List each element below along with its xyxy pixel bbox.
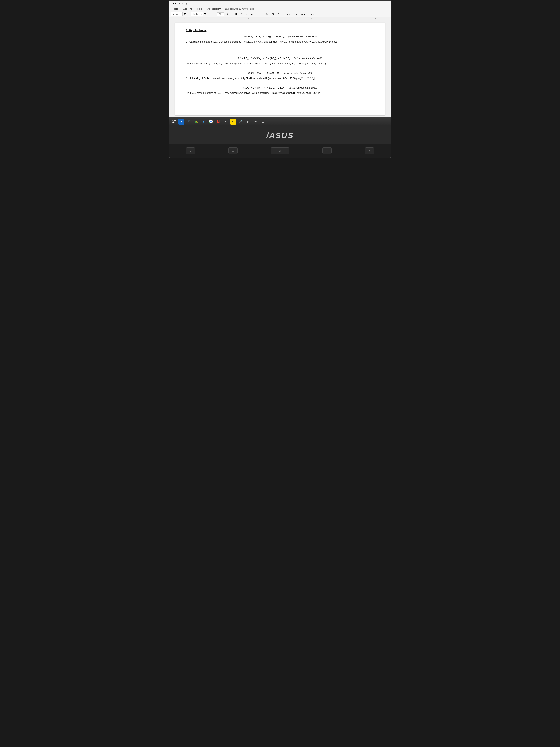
text-color-btn[interactable]: A bbox=[250, 12, 254, 16]
equation-11: CaCl2 + 2 Ag → 2 AgCl + Ca (is the react… bbox=[186, 71, 374, 75]
list1-btn[interactable]: ↑≡ bbox=[293, 12, 298, 16]
ruler-mark-7: 7 bbox=[375, 18, 376, 20]
pencil-btn[interactable]: ✏ bbox=[256, 12, 260, 16]
chrome-icon[interactable] bbox=[208, 119, 214, 125]
key-multiwindow: ⊟|| bbox=[271, 148, 289, 154]
decrease-font-btn[interactable]: − bbox=[211, 12, 215, 16]
last-edit-label: Last edit was 20 minutes ago bbox=[225, 7, 254, 10]
ruler-mark-6: 6 bbox=[343, 18, 344, 20]
edge-label: E bbox=[180, 120, 182, 123]
problem-9-text: 9. Calculate the mass of AgCl that can b… bbox=[186, 40, 374, 44]
ruler-marks: 1 2 3 4 5 6 7 bbox=[181, 18, 379, 20]
problem-10-text: 10. If there are 75.32 g of Na3PO4, how … bbox=[186, 62, 374, 66]
balanced-note-10: (is the reaction balanced?) bbox=[294, 57, 322, 60]
image-btn[interactable]: ⊟ bbox=[276, 12, 281, 16]
menu-addons[interactable]: Add-ons bbox=[182, 7, 193, 10]
volume-label: ))(( bbox=[172, 120, 176, 123]
align-btn[interactable]: ≡▼ bbox=[286, 12, 292, 16]
document-title: 3-Step Problems bbox=[186, 28, 374, 32]
asus-logo: /ASUS bbox=[266, 131, 294, 140]
svg-point-5 bbox=[210, 121, 212, 122]
security-icon[interactable]: ● bbox=[201, 119, 207, 125]
taskbar: ))(( E ✉ ● M ≡ iLit bbox=[169, 117, 391, 126]
problem-10-block: 2 Na3PO4 + 3 CaSO4 → Ca3(PO4)2 + 3 Na2SO… bbox=[186, 56, 374, 66]
toolbar-divider-3 bbox=[232, 12, 232, 16]
ilit-icon[interactable]: iLit bbox=[230, 119, 236, 125]
mic-icon[interactable]: 🎤 bbox=[238, 119, 243, 125]
font-dropdown-arrow: ▼ bbox=[204, 12, 207, 16]
style-selector-section: al text ▼ bbox=[171, 12, 186, 16]
title-bar: tice ★ ⊡ ◎ bbox=[169, 1, 391, 6]
equation-12: K2CO3 + 2 NaOH → Na2CO3 + 2 KOH (is the … bbox=[186, 86, 374, 90]
list2-btn[interactable]: ↑≡▼ bbox=[300, 12, 307, 16]
menu-bar: Tools Add-ons Help Accessibility Last ed… bbox=[169, 6, 391, 11]
font-section: Calibri ▼ bbox=[191, 12, 207, 16]
ruler: 1 2 3 4 5 6 7 bbox=[169, 17, 391, 21]
problem-9-block: 3 AgNO3 + AlCl3 → 3 AgCl + Al(NO3)3 (is … bbox=[186, 35, 374, 51]
ruler-mark-5: 5 bbox=[311, 18, 313, 20]
asus-area: /ASUS bbox=[169, 126, 391, 144]
doc-icon[interactable]: ⊡ bbox=[182, 2, 184, 5]
key-camera: ● bbox=[365, 148, 374, 154]
ruler-mark-1: 1 bbox=[184, 18, 185, 20]
volume-icon[interactable]: ))(( bbox=[171, 119, 177, 125]
ruler-mark-3: 3 bbox=[248, 18, 249, 20]
problem-11-text: 11. If 90.97 g of Ca is produced, how ma… bbox=[186, 77, 374, 80]
menu-help[interactable]: Help bbox=[197, 7, 203, 10]
ruler-mark-4: 4 bbox=[279, 18, 281, 20]
comment-btn[interactable]: ⊞ bbox=[271, 12, 275, 16]
drive-icon[interactable] bbox=[193, 119, 199, 125]
style-selector[interactable]: al text bbox=[171, 12, 183, 16]
font-selector[interactable]: Calibri bbox=[191, 12, 203, 16]
play-icon[interactable]: ▶ bbox=[245, 119, 251, 125]
underline-btn[interactable]: U bbox=[244, 12, 249, 16]
balanced-note-12: (is the reaction balanced?) bbox=[289, 86, 317, 89]
gmail-icon[interactable]: M bbox=[215, 119, 221, 125]
increase-font-btn[interactable]: + bbox=[225, 12, 230, 16]
grid-icon[interactable]: ⊞ bbox=[260, 119, 266, 125]
toolbar-divider-1 bbox=[188, 12, 189, 16]
equation-9: 3 AgNO3 + AlCl3 → 3 AgCl + Al(NO3)3 (is … bbox=[186, 35, 374, 39]
problem-11-block: CaCl2 + 2 Ag → 2 AgCl + Ca (is the react… bbox=[186, 71, 374, 80]
toolbar: al text ▼ Calibri ▼ − + B I U A ✏ ⊕ ⊞ ⊟ … bbox=[169, 11, 391, 17]
keyboard-bezel: C ⊡ ⊟|| ○ ● bbox=[169, 144, 391, 158]
list3-btn[interactable]: ↑≡▼ bbox=[308, 12, 316, 16]
italic-btn[interactable]: I bbox=[240, 12, 243, 16]
share-icon[interactable]: ◎ bbox=[186, 2, 188, 5]
files-icon[interactable]: ≡ bbox=[223, 119, 229, 125]
equation-10: 2 Na3PO4 + 3 CaSO4 → Ca3(PO4)2 + 3 Na2SO… bbox=[186, 56, 374, 60]
wave-icon[interactable]: 〜 bbox=[252, 119, 258, 125]
key-square: ⊡ bbox=[228, 148, 238, 154]
bold-btn[interactable]: B bbox=[234, 12, 238, 16]
title-icons: ★ ⊡ ◎ bbox=[178, 2, 188, 5]
problem-12-block: K2CO3 + 2 NaOH → Na2CO3 + 2 KOH (is the … bbox=[186, 86, 374, 95]
key-search: ○ bbox=[322, 148, 332, 154]
title-text: tice bbox=[172, 2, 176, 5]
problem-12-text: 12. If you have 4.3 grams of NaOH, how m… bbox=[186, 91, 374, 95]
font-size-input[interactable] bbox=[217, 12, 224, 16]
menu-tools[interactable]: Tools bbox=[172, 7, 179, 10]
balanced-note-11: (is the reaction balanced?) bbox=[284, 72, 312, 75]
cursor-indicator-9: I bbox=[186, 46, 374, 51]
ilit-label: iLit bbox=[232, 121, 235, 123]
dropdown-arrow: ▼ bbox=[183, 12, 186, 16]
mail-icon[interactable]: ✉ bbox=[186, 119, 192, 125]
edge-icon[interactable]: E bbox=[178, 119, 184, 125]
menu-accessibility[interactable]: Accessibility bbox=[207, 7, 221, 10]
ruler-mark-2: 2 bbox=[216, 18, 217, 20]
document-area[interactable]: 3-Step Problems 3 AgNO3 + AlCl3 → 3 AgCl… bbox=[175, 23, 385, 115]
star-icon[interactable]: ★ bbox=[178, 2, 181, 5]
link-btn[interactable]: ⊕ bbox=[265, 12, 269, 16]
balanced-note-9: (is the reaction balanced?) bbox=[288, 35, 317, 38]
key-c: C bbox=[186, 148, 195, 154]
